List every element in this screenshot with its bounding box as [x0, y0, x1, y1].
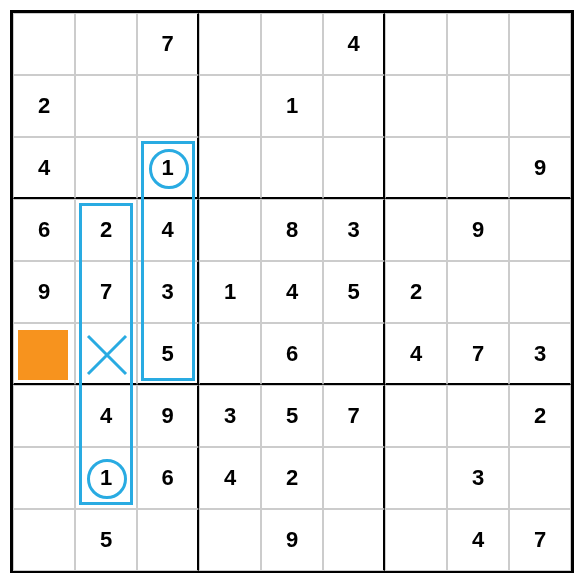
cell-r4c5[interactable]: 5	[323, 261, 385, 323]
cell-r7c3[interactable]: 4	[199, 447, 261, 509]
cell-r2c7[interactable]	[447, 137, 509, 199]
cell-r7c4[interactable]: 2	[261, 447, 323, 509]
cell-r6c8[interactable]: 2	[509, 385, 571, 447]
cell-r4c4[interactable]: 4	[261, 261, 323, 323]
cell-r3c4[interactable]: 8	[261, 199, 323, 261]
cell-r8c7[interactable]: 4	[447, 509, 509, 571]
cell-r1c3[interactable]	[199, 75, 261, 137]
circle-r7c1	[87, 459, 127, 499]
cell-r2c8[interactable]: 9	[509, 137, 571, 199]
cell-r8c3[interactable]	[199, 509, 261, 571]
cell-r7c0[interactable]	[13, 447, 75, 509]
cell-r5c6[interactable]: 4	[385, 323, 447, 385]
cell-r3c8[interactable]	[509, 199, 571, 261]
cell-r3c3[interactable]	[199, 199, 261, 261]
cell-r6c4[interactable]: 5	[261, 385, 323, 447]
cell-r8c6[interactable]	[385, 509, 447, 571]
cell-r0c6[interactable]	[385, 13, 447, 75]
cell-r0c1[interactable]	[75, 13, 137, 75]
circle-r2c2	[149, 149, 189, 189]
cell-r0c8[interactable]	[509, 13, 571, 75]
cell-r8c1[interactable]: 5	[75, 509, 137, 571]
cell-r7c6[interactable]	[385, 447, 447, 509]
cell-r0c3[interactable]	[199, 13, 261, 75]
cell-r0c5[interactable]: 4	[323, 13, 385, 75]
cell-r6c0[interactable]	[13, 385, 75, 447]
cell-r4c8[interactable]	[509, 261, 571, 323]
cell-r3c0[interactable]: 6	[13, 199, 75, 261]
cell-r1c5[interactable]	[323, 75, 385, 137]
sudoku-board: 7421419624839973145256473493572164235947	[10, 10, 574, 573]
cell-r4c0[interactable]: 9	[13, 261, 75, 323]
cell-r8c8[interactable]: 7	[509, 509, 571, 571]
cell-r3c7[interactable]: 9	[447, 199, 509, 261]
cell-r5c0[interactable]	[13, 323, 75, 385]
cell-r6c6[interactable]	[385, 385, 447, 447]
cell-r1c0[interactable]: 2	[13, 75, 75, 137]
cell-r3c5[interactable]: 3	[323, 199, 385, 261]
cell-r1c1[interactable]	[75, 75, 137, 137]
cell-r0c2[interactable]: 7	[137, 13, 199, 75]
cell-r4c6[interactable]: 2	[385, 261, 447, 323]
cell-r1c6[interactable]	[385, 75, 447, 137]
cell-r5c7[interactable]: 7	[447, 323, 509, 385]
cell-r2c0[interactable]: 4	[13, 137, 75, 199]
cell-r7c7[interactable]: 3	[447, 447, 509, 509]
cell-r6c5[interactable]: 7	[323, 385, 385, 447]
cell-r2c4[interactable]	[261, 137, 323, 199]
cell-r5c4[interactable]: 6	[261, 323, 323, 385]
cell-r0c4[interactable]	[261, 13, 323, 75]
cell-r1c4[interactable]: 1	[261, 75, 323, 137]
cell-r7c8[interactable]	[509, 447, 571, 509]
cell-r7c5[interactable]	[323, 447, 385, 509]
cell-r0c7[interactable]	[447, 13, 509, 75]
cell-r5c8[interactable]: 3	[509, 323, 571, 385]
cell-r1c7[interactable]	[447, 75, 509, 137]
cell-r7c2[interactable]: 6	[137, 447, 199, 509]
cell-r4c3[interactable]: 1	[199, 261, 261, 323]
cell-r5c5[interactable]	[323, 323, 385, 385]
cell-r3c6[interactable]	[385, 199, 447, 261]
cell-r6c2[interactable]: 9	[137, 385, 199, 447]
cell-r2c1[interactable]	[75, 137, 137, 199]
cell-r0c0[interactable]	[13, 13, 75, 75]
cell-r8c2[interactable]	[137, 509, 199, 571]
cell-r6c3[interactable]: 3	[199, 385, 261, 447]
cell-r5c3[interactable]	[199, 323, 261, 385]
cell-r8c0[interactable]	[13, 509, 75, 571]
cell-r8c5[interactable]	[323, 509, 385, 571]
cell-r2c5[interactable]	[323, 137, 385, 199]
cell-r8c4[interactable]: 9	[261, 509, 323, 571]
cell-r2c3[interactable]	[199, 137, 261, 199]
cell-r6c7[interactable]	[447, 385, 509, 447]
cell-r1c2[interactable]	[137, 75, 199, 137]
cell-r4c7[interactable]	[447, 261, 509, 323]
cell-r1c8[interactable]	[509, 75, 571, 137]
cell-r2c6[interactable]	[385, 137, 447, 199]
